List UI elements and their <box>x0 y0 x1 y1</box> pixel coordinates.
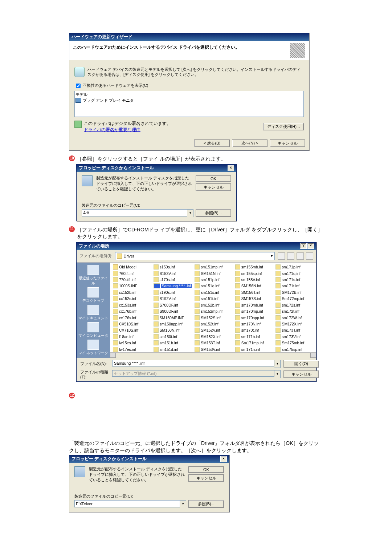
file-item[interactable]: SM156T.inf <box>235 289 273 295</box>
file-cancel-button[interactable]: キャンセル <box>283 370 319 378</box>
horizontal-scrollbar[interactable] <box>110 352 316 358</box>
open-button[interactable]: 開く(O) <box>283 360 319 368</box>
file-item[interactable]: SM153T.inf <box>195 340 232 346</box>
file-item[interactable]: SM153V.inf <box>195 346 232 352</box>
model-item[interactable]: プラグ アンド プレイ モニタ <box>75 97 303 104</box>
file-item[interactable]: sm175sp.inf <box>275 346 313 352</box>
file-item[interactable]: sm172t.inf <box>275 308 313 314</box>
file-item[interactable]: Sm175mb.inf <box>275 340 313 346</box>
file-item[interactable]: cx152b.inf <box>113 289 151 295</box>
file-item[interactable]: sm171s.inf <box>275 277 313 283</box>
copy-from-input[interactable] <box>82 209 187 216</box>
file-item[interactable]: s150s.inf <box>154 264 192 270</box>
file-item[interactable]: CX510S.inf <box>113 321 151 327</box>
file-item[interactable]: sm170mb.inf <box>235 302 273 308</box>
file-item[interactable]: sm151b.inf <box>154 340 192 346</box>
file-item[interactable]: sm151d.inf <box>154 346 192 352</box>
file-item[interactable]: SM157S.inf <box>235 296 273 301</box>
file-item[interactable]: sm151s.inf <box>195 289 232 295</box>
file-item[interactable]: sm155mb.inf <box>235 264 273 270</box>
file-item[interactable]: S192V.inf <box>154 296 192 301</box>
file-item[interactable]: cx152s.inf <box>113 296 151 301</box>
view-menu-icon[interactable] <box>306 252 313 260</box>
file-item[interactable]: sm171t.inf <box>275 283 313 289</box>
file-item[interactable]: cx176b.inf <box>113 308 151 314</box>
up-folder-icon[interactable] <box>287 252 294 260</box>
next-button[interactable]: 次へ(N) > <box>232 139 268 147</box>
file-item[interactable]: SM150N.inf <box>154 327 192 333</box>
file-item[interactable]: lw17es.inf <box>113 346 151 352</box>
cancel-button[interactable]: キャンセル <box>270 139 305 147</box>
file-item[interactable]: sm170npp.inf <box>235 315 273 320</box>
file-item[interactable]: sm170t.inf <box>235 327 273 333</box>
file-item[interactable]: Sm171mp.inf <box>235 340 273 346</box>
file-item[interactable]: SM152X.inf <box>195 334 232 340</box>
chevron-down-icon[interactable]: ▾ <box>271 254 273 258</box>
file-item[interactable]: s170s.inf <box>154 277 192 283</box>
copy-from-input-2[interactable] <box>74 500 180 507</box>
scroll-right-icon[interactable] <box>310 353 316 358</box>
file-item[interactable]: sm171p.inf <box>275 264 313 270</box>
browse-button-2[interactable]: 参照(B)... <box>188 500 224 508</box>
file-item[interactable]: sm151q.inf <box>195 283 232 289</box>
file-item[interactable]: sm172W.inf <box>275 315 313 320</box>
file-item[interactable]: S900DF.inf <box>154 308 192 314</box>
new-folder-icon[interactable] <box>297 252 304 260</box>
floppy2-ok-button[interactable]: OK <box>188 466 224 473</box>
file-item[interactable]: SM151N.inf <box>195 270 232 276</box>
scroll-left-icon[interactable] <box>110 353 116 358</box>
file-item[interactable]: s190s.inf <box>154 289 192 295</box>
file-item[interactable]: lw15es.inf <box>113 340 151 346</box>
filename-dropdown-icon[interactable]: ▾ <box>274 360 281 368</box>
file-item[interactable]: sm171n.inf <box>235 346 273 352</box>
file-item[interactable]: sm170mp.inf <box>235 308 273 314</box>
file-item[interactable]: SM172B.inf <box>275 289 313 295</box>
file-item[interactable]: SM172X.inf <box>275 321 313 327</box>
file-item[interactable]: SM152V.inf <box>195 327 232 333</box>
file-item[interactable]: sm152b.inf <box>195 302 232 308</box>
file-item[interactable]: S153V.inf <box>154 270 192 276</box>
why-signing-link[interactable]: ドライバの署名が重要な理由 <box>84 127 171 133</box>
places-item[interactable]: 最近使ったファイル <box>77 265 109 286</box>
floppy2-cancel-button[interactable]: キャンセル <box>188 474 224 482</box>
file-item[interactable]: sm170N.inf <box>235 321 273 327</box>
places-item[interactable]: マイ ネットワーク <box>78 340 109 356</box>
file-item[interactable]: sm171q.inf <box>275 270 313 276</box>
model-listbox[interactable]: モデル プラグ アンド プレイ モニタ <box>74 91 304 117</box>
file-item[interactable]: sm173T.inf <box>275 327 313 333</box>
file-item[interactable]: sm150npp.inf <box>154 321 192 327</box>
help-icon[interactable]: ? <box>300 243 307 249</box>
file-item[interactable]: cx176s.inf <box>113 315 151 320</box>
floppy1-ok-button[interactable]: OK <box>196 175 231 182</box>
file-item[interactable]: l18an.inf <box>113 334 151 340</box>
file-list[interactable]: Old Models150s.infsm151mp.infsm155mb.inf… <box>110 263 316 352</box>
copy-from-dropdown-icon[interactable]: ▾ <box>187 209 193 217</box>
back-nav-icon[interactable] <box>278 252 285 260</box>
file-item[interactable]: CX710S.inf <box>113 327 151 333</box>
file-item[interactable]: sm151t.inf <box>195 296 232 301</box>
compatible-hardware-checkbox[interactable] <box>76 84 81 88</box>
file-item[interactable]: cx153s.inf <box>113 302 151 308</box>
filename-input[interactable] <box>112 360 274 366</box>
copy-from-dropdown-icon-2[interactable]: ▾ <box>180 500 186 508</box>
file-item[interactable]: sm152mp.inf <box>195 308 232 314</box>
file-item[interactable]: sm151mp.inf <box>195 264 232 270</box>
floppy1-cancel-button[interactable]: キャンセル <box>196 183 231 191</box>
file-item[interactable]: sm172s.inf <box>275 302 313 308</box>
file-item[interactable]: sm171b.inf <box>235 334 273 340</box>
file-item[interactable]: sm152t.inf <box>195 321 232 327</box>
look-in-combo[interactable]: Driver ▾ <box>115 252 275 260</box>
file-item[interactable]: 1000S.INF <box>113 283 151 289</box>
file-item[interactable]: sm155V.inf <box>235 277 273 283</box>
back-button[interactable]: < 戻る(B) <box>194 139 230 147</box>
file-item[interactable]: Samsung **** .inf <box>154 283 192 289</box>
places-item[interactable]: マイ コンピュータ <box>78 322 109 338</box>
file-item[interactable]: 760tft.inf <box>113 270 151 276</box>
have-disk-button[interactable]: ディスク使用(H)... <box>263 123 304 130</box>
file-item[interactable]: SM156N.inf <box>235 283 273 289</box>
file-item[interactable]: Sm172mp.inf <box>275 296 313 301</box>
file-item[interactable]: sm155sp.inf <box>235 270 273 276</box>
file-item[interactable]: SM150MP.INF <box>154 315 192 320</box>
file-item[interactable]: sm173V.inf <box>275 334 313 340</box>
file-item[interactable]: 770stft.inf <box>113 277 151 283</box>
